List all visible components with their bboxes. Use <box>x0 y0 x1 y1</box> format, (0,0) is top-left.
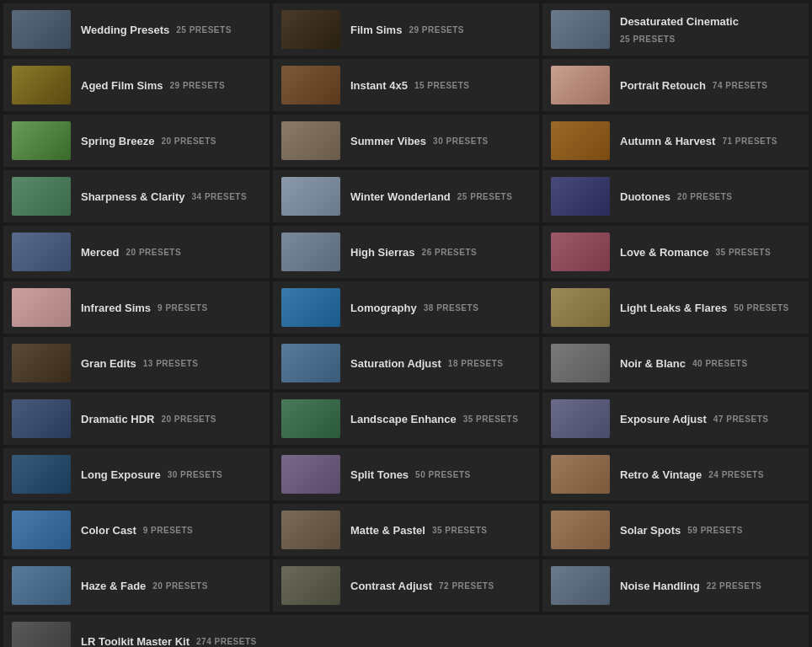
preset-item-noir[interactable]: Noir & Blanc40 PRESETS <box>542 337 809 389</box>
preset-count-solar: 59 PRESETS <box>687 526 743 535</box>
preset-item-landscape[interactable]: Landscape Enhance35 PRESETS <box>273 393 539 445</box>
preset-item-retro[interactable]: Retro & Vintage24 PRESETS <box>542 448 809 500</box>
preset-item-merced[interactable]: Merced20 PRESETS <box>3 226 270 278</box>
preset-thumb-summer <box>281 121 340 160</box>
preset-item-spring[interactable]: Spring Breeze20 PRESETS <box>3 115 270 167</box>
preset-count-gran-edits: 13 PRESETS <box>143 359 199 368</box>
preset-name-portrait: Portrait Retouch <box>620 79 706 92</box>
preset-name-solar: Solar Spots <box>620 524 681 537</box>
preset-thumb-contrast <box>281 566 340 605</box>
preset-info-landscape: Landscape Enhance35 PRESETS <box>350 413 518 425</box>
preset-info-sharpness: Sharpness & Clarity34 PRESETS <box>81 190 247 203</box>
preset-thumb-wedding <box>12 10 71 49</box>
preset-item-winter[interactable]: Winter Wonderland25 PRESETS <box>273 170 539 222</box>
preset-item-desaturated[interactable]: Desaturated Cinematic25 PRESETS <box>542 3 809 56</box>
preset-count-duotones: 20 PRESETS <box>677 192 733 201</box>
preset-info-aged-film: Aged Film Sims29 PRESETS <box>81 79 225 92</box>
preset-item-gran-edits[interactable]: Gran Edits13 PRESETS <box>3 337 270 389</box>
preset-count-lomography: 38 PRESETS <box>424 303 479 313</box>
preset-item-portrait[interactable]: Portrait Retouch74 PRESETS <box>542 59 809 111</box>
preset-name-contrast: Contrast Adjust <box>350 580 432 592</box>
preset-count-light-leaks: 50 PRESETS <box>734 303 789 313</box>
preset-thumb-sharpness <box>12 177 71 216</box>
preset-info-noise: Noise Handling22 PRESETS <box>620 580 761 592</box>
preset-name-spring: Spring Breeze <box>81 135 154 147</box>
preset-name-landscape: Landscape Enhance <box>350 413 457 425</box>
preset-name-color-cast: Color Cast <box>81 524 136 537</box>
preset-thumb-split-tones <box>281 455 340 494</box>
preset-item-long-exposure[interactable]: Long Exposure30 PRESETS <box>3 448 270 500</box>
preset-name-exposure: Exposure Adjust <box>620 413 707 425</box>
presets-grid: Wedding Presets25 PRESETSFilm Sims29 PRE… <box>0 0 812 647</box>
preset-name-instant: Instant 4x5 <box>350 79 408 92</box>
preset-name-duotones: Duotones <box>620 190 670 203</box>
preset-item-exposure[interactable]: Exposure Adjust47 PRESETS <box>542 393 809 445</box>
preset-name-infrared: Infrared Sims <box>81 302 151 314</box>
preset-name-haze: Haze & Fade <box>81 580 146 592</box>
preset-item-film-sims[interactable]: Film Sims29 PRESETS <box>273 3 539 56</box>
preset-item-light-leaks[interactable]: Light Leaks & Flares50 PRESETS <box>542 281 809 334</box>
preset-item-high-sierras[interactable]: High Sierras26 PRESETS <box>273 226 539 278</box>
preset-item-dramatic[interactable]: Dramatic HDR20 PRESETS <box>3 393 270 445</box>
preset-item-color-cast[interactable]: Color Cast9 PRESETS <box>3 504 270 556</box>
preset-info-love: Love & Romance35 PRESETS <box>620 246 771 259</box>
preset-thumb-color-cast <box>12 511 71 549</box>
preset-count-love: 35 PRESETS <box>715 248 771 257</box>
preset-item-toolkit[interactable]: LR Toolkit Master Kit274 PRESETS <box>3 615 809 647</box>
preset-thumb-light-leaks <box>551 288 610 327</box>
preset-info-high-sierras: High Sierras26 PRESETS <box>350 246 477 259</box>
preset-item-lomography[interactable]: Lomography38 PRESETS <box>273 281 539 334</box>
preset-item-instant[interactable]: Instant 4x515 PRESETS <box>273 59 539 111</box>
preset-item-contrast[interactable]: Contrast Adjust72 PRESETS <box>273 559 539 612</box>
preset-info-retro: Retro & Vintage24 PRESETS <box>620 468 764 481</box>
preset-info-film-sims: Film Sims29 PRESETS <box>350 24 464 36</box>
preset-thumb-toolkit <box>12 622 71 647</box>
preset-name-film-sims: Film Sims <box>350 24 402 36</box>
preset-thumb-film-sims <box>281 10 340 49</box>
preset-item-wedding[interactable]: Wedding Presets25 PRESETS <box>3 3 270 56</box>
preset-name-merced: Merced <box>81 246 120 259</box>
preset-item-aged-film[interactable]: Aged Film Sims29 PRESETS <box>3 59 270 111</box>
preset-item-solar[interactable]: Solar Spots59 PRESETS <box>542 504 809 556</box>
preset-thumb-merced <box>12 233 71 271</box>
preset-count-high-sierras: 26 PRESETS <box>422 248 478 257</box>
preset-info-noir: Noir & Blanc40 PRESETS <box>620 357 748 370</box>
preset-name-matte: Matte & Pastel <box>350 524 425 537</box>
preset-count-merced: 20 PRESETS <box>126 248 182 257</box>
preset-item-infrared[interactable]: Infrared Sims9 PRESETS <box>3 281 270 334</box>
preset-name-split-tones: Split Tones <box>350 468 409 481</box>
preset-item-love[interactable]: Love & Romance35 PRESETS <box>542 226 809 278</box>
preset-thumb-long-exposure <box>12 455 71 494</box>
preset-item-autumn[interactable]: Autumn & Harvest71 PRESETS <box>542 115 809 167</box>
preset-count-sharpness: 34 PRESETS <box>192 192 248 201</box>
preset-thumb-landscape <box>281 399 340 438</box>
preset-info-desaturated: Desaturated Cinematic25 PRESETS <box>620 15 800 44</box>
preset-item-matte[interactable]: Matte & Pastel35 PRESETS <box>273 504 539 556</box>
preset-info-duotones: Duotones20 PRESETS <box>620 190 733 203</box>
preset-info-wedding: Wedding Presets25 PRESETS <box>81 24 232 36</box>
preset-name-sharpness: Sharpness & Clarity <box>81 190 185 203</box>
preset-count-portrait: 74 PRESETS <box>713 81 768 90</box>
preset-name-toolkit: LR Toolkit Master Kit <box>81 635 190 648</box>
preset-count-film-sims: 29 PRESETS <box>409 25 464 35</box>
preset-thumb-duotones <box>551 177 610 216</box>
preset-name-summer: Summer Vibes <box>350 135 426 147</box>
preset-item-haze[interactable]: Haze & Fade20 PRESETS <box>3 559 270 612</box>
preset-item-sharpness[interactable]: Sharpness & Clarity34 PRESETS <box>3 170 270 222</box>
preset-thumb-lomography <box>281 288 340 327</box>
preset-item-duotones[interactable]: Duotones20 PRESETS <box>542 170 809 222</box>
preset-info-matte: Matte & Pastel35 PRESETS <box>350 524 487 537</box>
preset-info-long-exposure: Long Exposure30 PRESETS <box>81 468 222 481</box>
preset-count-exposure: 47 PRESETS <box>713 414 769 424</box>
preset-info-saturation: Saturation Adjust18 PRESETS <box>350 357 503 370</box>
preset-name-long-exposure: Long Exposure <box>81 468 161 481</box>
preset-thumb-portrait <box>551 66 610 104</box>
preset-thumb-aged-film <box>12 66 71 104</box>
preset-item-summer[interactable]: Summer Vibes30 PRESETS <box>273 115 539 167</box>
preset-item-noise[interactable]: Noise Handling22 PRESETS <box>542 559 809 612</box>
preset-item-split-tones[interactable]: Split Tones50 PRESETS <box>273 448 539 500</box>
preset-count-toolkit: 274 PRESETS <box>196 637 257 646</box>
preset-item-saturation[interactable]: Saturation Adjust18 PRESETS <box>273 337 539 389</box>
preset-info-exposure: Exposure Adjust47 PRESETS <box>620 413 768 425</box>
preset-thumb-noise <box>551 566 610 605</box>
